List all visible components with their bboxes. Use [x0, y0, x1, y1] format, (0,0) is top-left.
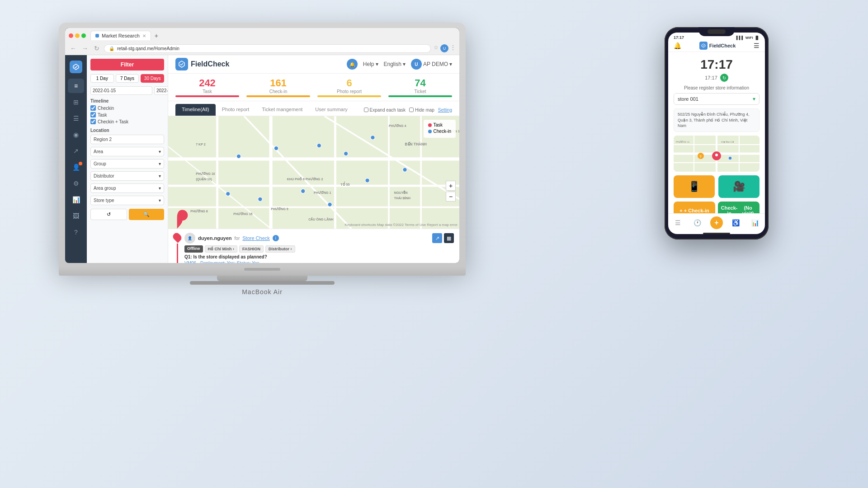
date-from-input[interactable]	[90, 86, 152, 95]
sidebar-item-settings[interactable]: ⚙	[68, 176, 84, 191]
photo-stat: 6 Photo report	[317, 77, 381, 97]
sidebar-item-map[interactable]: ◉	[68, 127, 84, 142]
checkin-button[interactable]: + + Check-in	[674, 202, 715, 213]
phone-nav-history[interactable]: 🕐	[688, 216, 707, 229]
zoom-in-button[interactable]: +	[446, 181, 456, 191]
sidebar-item-help[interactable]: ?	[68, 225, 84, 239]
phone-map-svg: PHƯỜNG 11 Chợ Bàn Cờ ?	[674, 136, 760, 172]
reset-button[interactable]: ↺	[90, 209, 127, 220]
reload-button[interactable]: ↻	[92, 44, 101, 53]
browser-chrome: Market Research ✕ + ← → ↻ 🔒 retail-stg.q…	[65, 28, 459, 55]
area-group-chevron-icon: ▾	[159, 186, 161, 191]
day-1-button[interactable]: 1 Day	[90, 74, 114, 83]
event-action-2[interactable]: ▦	[444, 233, 454, 243]
close-dot[interactable]	[69, 33, 73, 38]
setting-link[interactable]: Setting	[438, 108, 452, 113]
event-action-1[interactable]: ↗	[432, 233, 442, 243]
hide-map-option[interactable]: Hide map	[409, 108, 434, 113]
location-input[interactable]	[90, 135, 164, 144]
event-store-link[interactable]: Store Check	[242, 235, 270, 241]
language-button[interactable]: English ▾	[384, 61, 406, 67]
search-button[interactable]: 🔍	[129, 209, 165, 220]
map-canvas[interactable]: PHƯỜNG 12 PHƯỜNG 4 7 KP 2 PHƯỜNG 10 (QUẬ…	[168, 116, 459, 229]
svg-text:?: ?	[699, 155, 702, 159]
notification-avatar[interactable]: 🔔	[347, 59, 358, 70]
svg-text:PHƯỜNG 10: PHƯỜNG 10	[196, 172, 215, 176]
timeline-section-label: Timeline	[90, 99, 164, 103]
browser-tab[interactable]: Market Research ✕	[90, 31, 151, 40]
new-tab-button[interactable]: +	[155, 32, 158, 39]
tab-ticket-management[interactable]: Ticket mangement	[255, 104, 309, 116]
menu-icon[interactable]: ⋮	[450, 44, 456, 52]
settings-icon: ⚙	[73, 180, 79, 187]
phone-card-icon-1: 📱	[688, 181, 700, 192]
event-link-1[interactable]: VM06 - Deployment: Yes; Status: Yes	[184, 261, 454, 263]
sidebar-item-route[interactable]: ↗	[68, 144, 84, 158]
forward-button[interactable]: →	[80, 44, 90, 53]
sidebar-item-home[interactable]: ⊞	[68, 95, 84, 109]
task-legend-dot	[428, 123, 432, 127]
store-select-dropdown[interactable]: store 001 ▾	[674, 93, 760, 105]
tab-timeline[interactable]: Timeline(All)	[175, 104, 216, 116]
phone-nav-chart[interactable]: 📊	[745, 216, 765, 229]
filter-button[interactable]: Filter	[90, 59, 164, 70]
ticket-value: 74	[388, 77, 452, 89]
phone-action-card-1[interactable]: 📱	[674, 175, 715, 198]
day-30-button[interactable]: 30 Days	[141, 74, 164, 83]
distributor-dropdown[interactable]: Distributor ▾	[90, 171, 164, 181]
fashion-tag: FASHION	[239, 245, 264, 253]
phone-nav-list[interactable]: ☰	[668, 216, 688, 229]
store-type-dropdown[interactable]: Store type ▾	[90, 196, 164, 205]
tab-close-button[interactable]: ✕	[142, 33, 146, 38]
checkin-checkbox-item[interactable]: Checkin	[90, 105, 164, 111]
back-button[interactable]: ←	[69, 44, 78, 53]
logo-text: FieldCheck	[191, 60, 229, 68]
phone-bell-icon[interactable]: 🔔	[674, 42, 681, 49]
phone-home-indicator	[703, 233, 730, 234]
svg-text:THÁI BÌNH: THÁI BÌNH	[394, 196, 410, 200]
tab-photo-report[interactable]: Photo report	[216, 104, 256, 116]
task-checkbox-item[interactable]: Task	[90, 112, 164, 117]
demo-button[interactable]: U AP DEMO ▾	[411, 59, 452, 70]
maximize-dot[interactable]	[81, 33, 86, 38]
task-checkbox[interactable]	[90, 112, 96, 117]
avatar-icon[interactable]: U	[440, 44, 448, 52]
sidebar-item-users[interactable]: 👤	[68, 160, 84, 174]
macbook-base	[59, 267, 466, 276]
tab-user-summary[interactable]: User summary	[309, 104, 354, 116]
checkin-task-checkbox-item[interactable]: Checkin + Task	[90, 119, 164, 124]
info-icon[interactable]: i	[273, 235, 279, 241]
map-controls: + −	[446, 181, 456, 202]
bookmark-icon[interactable]: ☆	[434, 44, 439, 52]
help-chevron-icon: ▾	[376, 61, 378, 67]
help-button[interactable]: Help ▾	[363, 61, 378, 67]
checkin-task-label: Checkin + Task	[98, 119, 128, 124]
ssl-lock-icon: 🔒	[109, 46, 114, 51]
refresh-button[interactable]: ↻	[720, 74, 728, 82]
macbook-stand	[217, 276, 307, 281]
checkin-task-checkbox[interactable]	[90, 119, 96, 124]
area-group-dropdown[interactable]: Area group ▾	[90, 183, 164, 193]
area-dropdown[interactable]: Area ▾	[90, 147, 164, 156]
checkin-checkbox[interactable]	[90, 105, 96, 111]
phone-nav-accessibility[interactable]: ♿	[726, 216, 745, 229]
checkin-no-visit-button[interactable]: Check-in (No visit)	[718, 202, 760, 213]
sidebar-item-toggle[interactable]: ≡	[68, 79, 84, 93]
phone-action-card-2[interactable]: 🎥	[718, 175, 760, 198]
sidebar-item-gallery[interactable]: 🖼	[68, 209, 84, 223]
phone-menu-icon[interactable]: ☰	[754, 42, 760, 49]
hide-map-checkbox[interactable]	[409, 108, 414, 112]
phone-nav-add[interactable]: +	[707, 216, 726, 229]
date-to-input[interactable]	[154, 86, 168, 95]
minimize-dot[interactable]	[75, 33, 80, 38]
group-dropdown[interactable]: Group ▾	[90, 159, 164, 169]
expand-task-checkbox[interactable]	[364, 108, 368, 112]
sidebar-item-list[interactable]: ☰	[68, 111, 84, 126]
expand-task-option[interactable]: Expand each task	[364, 108, 406, 113]
day-7-button[interactable]: 7 Days	[116, 74, 139, 83]
zoom-out-button[interactable]: −	[446, 192, 456, 202]
logo-icon	[175, 58, 188, 70]
checkin-label: + Check-in	[684, 208, 709, 213]
url-bar[interactable]: 🔒 retail-stg.qand.me/HomeAdmin	[104, 44, 431, 53]
sidebar-item-reports[interactable]: 📊	[68, 192, 84, 207]
